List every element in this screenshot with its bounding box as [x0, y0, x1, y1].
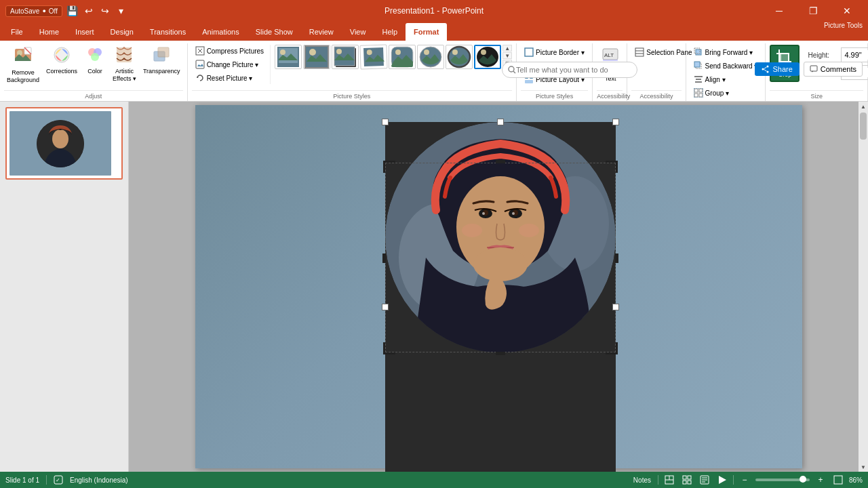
- zoom-in-button[interactable]: +: [814, 473, 827, 487]
- svg-rect-63: [810, 66, 817, 71]
- reading-view-button[interactable]: [698, 473, 711, 487]
- tab-design[interactable]: Design: [102, 23, 142, 41]
- svg-rect-85: [683, 476, 686, 479]
- svg-text:✓: ✓: [56, 477, 60, 483]
- picture-styles-group-label: Picture Styles: [192, 90, 512, 101]
- zoom-slider[interactable]: [755, 479, 810, 481]
- svg-point-65: [52, 129, 68, 148]
- height-input[interactable]: [842, 50, 868, 60]
- portrait-circle: [385, 122, 616, 352]
- transparency-icon: [153, 46, 170, 66]
- tab-transitions[interactable]: Transitions: [142, 23, 194, 41]
- picture-style-4[interactable]: [359, 44, 387, 69]
- statusbar-right: Notes − + 86%: [631, 473, 863, 487]
- scroll-thumb[interactable]: [860, 113, 867, 140]
- search-bar: [502, 62, 637, 78]
- group-button[interactable]: Group ▾: [690, 87, 733, 99]
- slide-thumbnail-1[interactable]: 1: [5, 107, 123, 180]
- autosave-toggle[interactable]: AutoSave ● Off: [5, 5, 62, 17]
- arrange-group: Bring Forward ▾ Send Backward ▾ Align ▾ …: [686, 43, 766, 101]
- tab-home[interactable]: Home: [31, 23, 67, 41]
- svg-point-30: [452, 49, 458, 55]
- portrait-svg: [385, 122, 616, 352]
- svg-point-28: [424, 49, 429, 55]
- scroll-up-button[interactable]: ▲: [859, 102, 868, 111]
- color-button[interactable]: Color: [81, 45, 108, 77]
- tab-format[interactable]: Format: [406, 23, 447, 41]
- search-input[interactable]: [516, 66, 631, 74]
- reset-picture-button[interactable]: Reset Picture ▾: [192, 72, 267, 84]
- artistic-effects-button[interactable]: ArtisticEffects ▾: [110, 45, 139, 84]
- tab-animations[interactable]: Animations: [194, 23, 247, 41]
- redo-icon[interactable]: ↪: [99, 5, 111, 17]
- notes-button[interactable]: Notes: [631, 476, 654, 484]
- svg-text:ALT: ALT: [604, 52, 614, 58]
- customize-qat-icon[interactable]: ▾: [115, 5, 127, 17]
- undo-icon[interactable]: ↩: [83, 5, 95, 17]
- picture-style-5[interactable]: [389, 45, 416, 69]
- height-input-wrap: ▲ ▼: [841, 47, 868, 62]
- fit-slide-button[interactable]: [831, 473, 845, 487]
- bring-forward-button[interactable]: Bring Forward ▾: [690, 46, 757, 58]
- remove-background-label: RemoveBackground: [7, 69, 39, 84]
- svg-rect-88: [688, 481, 691, 484]
- slideshow-button[interactable]: [715, 473, 729, 487]
- slide-canvas[interactable]: [195, 105, 802, 468]
- scroll-down-button[interactable]: ▼: [859, 462, 868, 472]
- corrections-button[interactable]: Corrections: [43, 45, 80, 77]
- tab-file[interactable]: File: [3, 23, 31, 41]
- status-divider-2: [658, 475, 658, 485]
- zoom-out-button[interactable]: −: [738, 473, 751, 487]
- compress-label: Compress Pictures: [207, 47, 264, 55]
- svg-rect-37: [525, 80, 533, 83]
- tab-insert[interactable]: Insert: [67, 23, 102, 41]
- svg-point-17: [280, 49, 285, 55]
- picture-style-1[interactable]: [275, 45, 302, 69]
- comments-button[interactable]: Comments: [804, 62, 863, 77]
- autosave-value: Off: [49, 7, 58, 15]
- share-button[interactable]: Share: [755, 62, 799, 76]
- save-icon[interactable]: 💾: [66, 5, 79, 17]
- color-label: Color: [87, 68, 102, 75]
- tab-slideshow[interactable]: Slide Show: [248, 23, 301, 41]
- picture-style-7[interactable]: [446, 45, 473, 69]
- picture-style-2[interactable]: [303, 45, 330, 69]
- picture-style-8[interactable]: [474, 45, 501, 69]
- change-picture-button[interactable]: Change Picture ▾: [192, 58, 267, 70]
- slide-thumb-portrait: [37, 120, 84, 167]
- vertical-scrollbar[interactable]: ▲ ▼: [859, 102, 868, 472]
- tab-view[interactable]: View: [342, 23, 374, 41]
- remove-background-button[interactable]: RemoveBackground: [4, 45, 42, 85]
- image-container[interactable]: [385, 122, 616, 472]
- minimize-button[interactable]: ─: [764, 0, 795, 22]
- svg-point-7: [91, 53, 99, 61]
- align-button[interactable]: Align ▾: [690, 73, 729, 85]
- transparency-button[interactable]: Transparency: [140, 45, 183, 77]
- canvas-area[interactable]: ▲ ▼: [129, 102, 868, 472]
- gallery-up-arrow[interactable]: ▲: [502, 45, 512, 52]
- zoom-thumb[interactable]: [800, 476, 806, 483]
- normal-view-button[interactable]: [663, 473, 676, 487]
- picture-style-3[interactable]: [332, 45, 359, 69]
- close-button[interactable]: ✕: [831, 0, 863, 22]
- tab-review[interactable]: Review: [301, 23, 342, 41]
- adjust-group-content: RemoveBackground Corrections: [4, 43, 183, 90]
- svg-rect-54: [694, 88, 703, 98]
- gallery-down-arrow[interactable]: ▼: [502, 52, 512, 59]
- picture-style-6[interactable]: [417, 45, 444, 69]
- zoom-level-label: 86%: [849, 476, 863, 484]
- size-group-label: Size: [770, 90, 863, 101]
- svg-rect-52: [694, 94, 698, 97]
- picture-border-button[interactable]: Picture Border ▾: [521, 46, 588, 58]
- height-row: Height: ▲ ▼: [808, 47, 868, 62]
- height-label: Height:: [808, 52, 838, 59]
- compress-pictures-button[interactable]: Compress Pictures: [192, 45, 267, 57]
- svg-point-79: [519, 224, 539, 237]
- status-divider-1: [46, 475, 47, 485]
- svg-rect-50: [694, 89, 698, 92]
- send-backward-button[interactable]: Send Backward ▾: [690, 60, 762, 72]
- svg-point-77: [473, 247, 528, 281]
- tab-help[interactable]: Help: [374, 23, 406, 41]
- restore-button[interactable]: ❐: [797, 0, 829, 22]
- slide-sorter-button[interactable]: [680, 473, 694, 487]
